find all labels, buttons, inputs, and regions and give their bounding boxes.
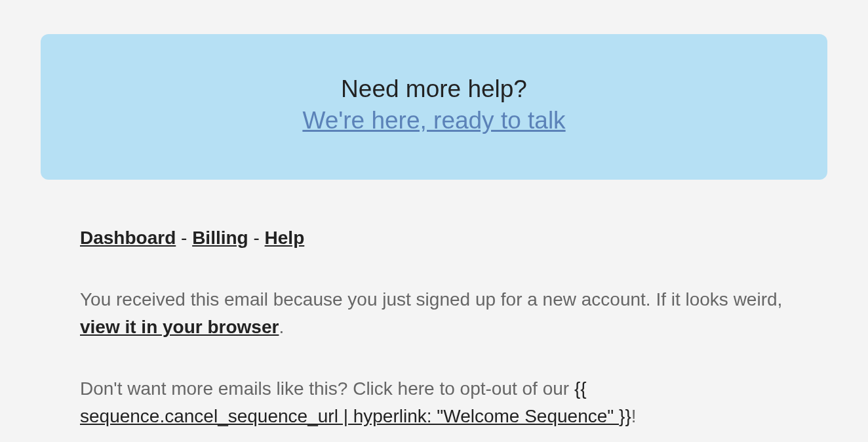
optout-text-before: Don't want more emails like this? Click … [80, 378, 574, 399]
optout-sequence-link[interactable]: sequence.cancel_sequence_url | hyperlink… [80, 406, 619, 426]
reason-paragraph: You received this email because you just… [80, 286, 788, 341]
reason-text-before: You received this email because you just… [80, 289, 782, 310]
optout-template-open: {{ [574, 378, 587, 399]
footer-nav-billing[interactable]: Billing [192, 228, 248, 248]
footer-content: Dashboard - Billing - Help You received … [80, 224, 788, 430]
footer-nav-separator: - [248, 228, 265, 248]
help-banner-title: Need more help? [54, 73, 814, 105]
optout-paragraph: Don't want more emails like this? Click … [80, 375, 788, 430]
help-banner: Need more help? We're here, ready to tal… [41, 34, 827, 180]
reason-text-after: . [279, 317, 284, 337]
footer-nav-separator: - [176, 228, 192, 248]
footer-nav: Dashboard - Billing - Help [80, 224, 788, 252]
optout-text-after: ! [631, 406, 637, 426]
optout-template-close: }} [619, 406, 631, 426]
view-in-browser-link[interactable]: view it in your browser [80, 317, 279, 337]
footer-nav-help[interactable]: Help [265, 228, 305, 248]
footer-nav-dashboard[interactable]: Dashboard [80, 228, 176, 248]
help-banner-link[interactable]: We're here, ready to talk [302, 105, 565, 136]
